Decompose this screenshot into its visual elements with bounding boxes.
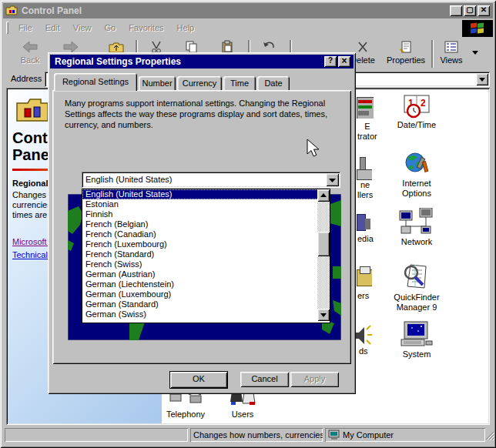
my-computer-icon — [328, 430, 340, 442]
menu-help[interactable]: Help — [177, 23, 195, 32]
close-button[interactable]: ✕ — [478, 5, 490, 16]
scroll-down-button[interactable] — [317, 309, 330, 321]
list-item[interactable]: French (Swiss) — [82, 259, 330, 269]
views-dropdown-caret[interactable] — [471, 48, 479, 57]
maximize-button[interactable]: ▢ — [464, 5, 476, 16]
views-icon — [444, 40, 459, 54]
menu-go[interactable]: Go — [105, 23, 116, 32]
chevron-up-icon — [317, 189, 330, 202]
minimize-button[interactable]: _ — [450, 5, 462, 16]
chevron-down-icon — [471, 49, 479, 55]
scroll-up-button[interactable] — [317, 189, 330, 202]
scroll-thumb[interactable] — [317, 232, 330, 256]
list-item[interactable]: French (Belgian) — [82, 219, 330, 229]
address-dropdown-button[interactable] — [476, 73, 488, 85]
menu-file[interactable]: File — [18, 23, 32, 32]
menu-grip[interactable] — [6, 22, 8, 34]
administrator-icon[interactable] — [357, 97, 374, 119]
multimedia-icon[interactable] — [357, 212, 370, 232]
properties-button[interactable]: Properties — [384, 38, 428, 69]
dialog-titlebar: Regional Settings Properties ? × — [50, 55, 354, 69]
multimedia-label: edia — [357, 234, 374, 243]
list-item[interactable]: English (United States) — [82, 189, 330, 199]
sounds-label: ds — [359, 346, 368, 356]
date-time-label: Date/Time — [387, 120, 446, 130]
date-time-icon[interactable]: 12 — [398, 94, 435, 119]
status-panel-left — [5, 428, 188, 442]
printers-icon[interactable] — [357, 266, 372, 286]
window-title: Control Panel — [22, 5, 82, 16]
list-item[interactable]: Estonian — [82, 199, 330, 209]
views-button[interactable]: Views — [434, 38, 468, 69]
menu-favorites[interactable]: Favorites — [129, 23, 163, 32]
delete-icon — [356, 40, 370, 54]
menu-edit[interactable]: Edit — [45, 23, 60, 32]
language-combobox[interactable]: English (United States) — [82, 172, 340, 188]
quickfinder-label: QuickFinder Manager 9 — [381, 293, 452, 313]
status-bar: Changes how numbers, currencies, My Comp… — [3, 426, 493, 443]
dialog-title: Regional Settings Properties — [55, 56, 181, 67]
apply-button[interactable]: Apply — [290, 372, 339, 387]
properties-label: Properties — [384, 55, 428, 65]
telephony-label: Telephony — [158, 410, 213, 420]
users-label: Users — [224, 410, 261, 420]
menu-view[interactable]: View — [73, 23, 92, 32]
control-panel-icon — [5, 5, 18, 15]
tab-time[interactable]: Time — [223, 76, 256, 90]
list-item[interactable]: French (Canadian) — [82, 229, 330, 239]
list-scrollbar[interactable] — [317, 189, 330, 321]
chevron-down-icon — [326, 173, 339, 186]
mouse-cursor — [305, 139, 323, 160]
ok-button[interactable]: OK — [169, 371, 228, 389]
tab-date[interactable]: Date — [257, 76, 290, 90]
list-item[interactable]: Finnish — [82, 209, 330, 219]
internet-options-label: Internet Options — [387, 179, 446, 199]
language-dropdown-list[interactable]: English (United States) Estonian Finnish… — [82, 189, 330, 323]
list-item[interactable]: French (Standard) — [82, 249, 330, 259]
tab-number[interactable]: Number — [139, 76, 176, 90]
list-item[interactable]: German (Liechtenstein) — [82, 279, 330, 289]
list-item[interactable]: French (Luxembourg) — [82, 239, 330, 249]
system-label: System — [387, 349, 446, 359]
chevron-down-icon — [317, 309, 330, 321]
list-item[interactable]: German (Swiss) — [82, 309, 330, 319]
back-label: Back — [11, 55, 49, 65]
printers-label: ers — [357, 291, 369, 300]
internet-options-icon[interactable] — [398, 151, 435, 177]
administrator-label: E trator — [357, 122, 377, 142]
cancel-button[interactable]: Cancel — [240, 372, 289, 387]
windows-logo-icon — [462, 20, 493, 37]
dialog-close-button[interactable]: × — [338, 56, 350, 67]
system-icon[interactable] — [398, 320, 435, 348]
language-combobox-value: English (United States) — [85, 175, 173, 184]
status-message: Changes how numbers, currencies, — [193, 430, 323, 440]
status-panel-zone: My Computer — [325, 428, 485, 442]
control-panel-folder-icon — [15, 95, 49, 125]
game-controllers-icon[interactable] — [357, 157, 372, 180]
list-item[interactable]: German (Standard) — [82, 299, 330, 309]
back-button[interactable]: Back — [11, 38, 49, 69]
regional-settings-dialog: Regional Settings Properties ? × Regiona… — [48, 52, 356, 394]
quickfinder-icon[interactable] — [398, 263, 435, 291]
tab-page: Many programs support international sett… — [52, 90, 351, 364]
dialog-help-button[interactable]: ? — [324, 56, 337, 67]
status-panel-message: Changes how numbers, currencies, — [190, 428, 323, 442]
tab-currency[interactable]: Currency — [177, 76, 222, 90]
back-icon — [22, 40, 39, 54]
network-icon[interactable] — [397, 208, 437, 236]
views-label: Views — [434, 55, 468, 65]
network-label: Network — [387, 237, 446, 247]
combobox-dropdown-button[interactable] — [326, 173, 339, 186]
game-controllers-label: ne llers — [357, 180, 373, 200]
address-label: Address — [11, 74, 42, 83]
list-item[interactable]: German (Luxembourg) — [82, 289, 330, 299]
svg-text:2: 2 — [421, 98, 426, 109]
tab-regional-settings[interactable]: Regional Settings — [54, 73, 137, 91]
properties-icon — [399, 40, 413, 54]
list-item[interactable]: German (Austrian) — [82, 269, 330, 279]
resize-grip[interactable] — [485, 431, 494, 442]
window-titlebar: Control Panel _ ▢ ✕ — [3, 3, 493, 18]
dialog-description: Many programs support international sett… — [65, 98, 327, 130]
menu-bar: File Edit View Go Favorites Help — [3, 20, 461, 36]
chevron-down-icon — [476, 73, 488, 85]
